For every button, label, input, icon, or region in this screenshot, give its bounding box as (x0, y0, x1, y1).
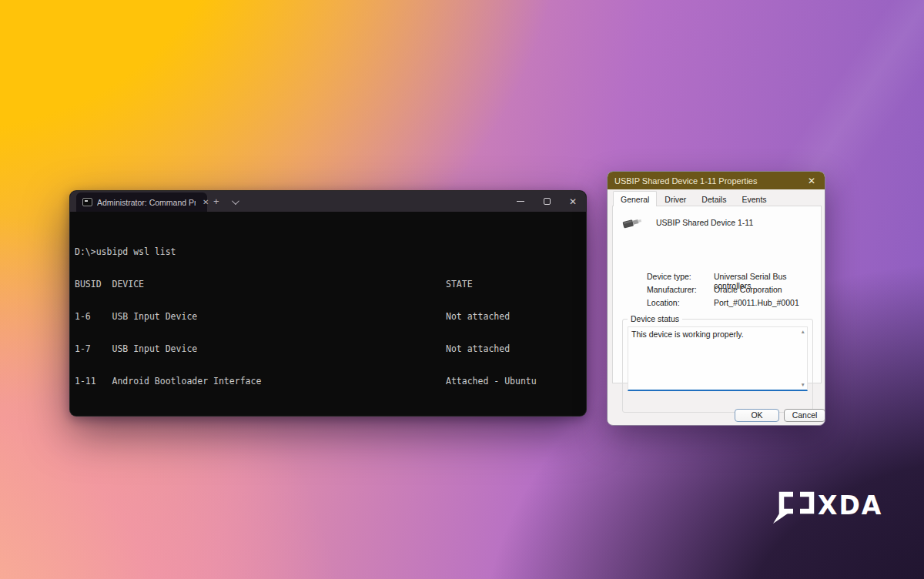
dialog-close-button[interactable]: ✕ (805, 176, 819, 186)
tab-details[interactable]: Details (694, 192, 734, 206)
dialog-titlebar[interactable]: USBIP Shared Device 1-11 Properties ✕ (608, 172, 825, 189)
device-status-label: Device status (628, 314, 682, 323)
xda-bracket-tail (773, 514, 788, 524)
minimize-button[interactable] (507, 191, 534, 212)
desktop-background: Administrator: Command Promp ✕ + ✕ D:\>u… (0, 0, 924, 579)
ok-button[interactable]: OK (735, 409, 779, 422)
terminal-line: D:\>usbipd wsl list (75, 246, 586, 257)
terminal-window-controls: ✕ (507, 191, 586, 212)
usbip-properties-dialog: USBIP Shared Device 1-11 Properties ✕ Ge… (607, 171, 825, 426)
close-icon: ✕ (569, 197, 577, 206)
terminal-line: 1-6 USB Input DeviceNot attached (75, 311, 586, 322)
xda-logo-text: XDA (818, 490, 882, 520)
terminal-line (75, 408, 586, 417)
field-value: Port_#0011.Hub_#0001 (714, 298, 816, 307)
xda-bracket-left (782, 494, 793, 511)
close-button[interactable]: ✕ (560, 191, 586, 212)
field-value: Oracle Corporation (714, 285, 816, 294)
maximize-button[interactable] (534, 191, 560, 212)
device-status-groupbox: Device status This device is working pro… (622, 319, 813, 413)
device-status-textbox[interactable]: This device is working properly. ▲ ▼ (628, 326, 808, 391)
dialog-title: USBIP Shared Device 1-11 Properties (614, 176, 805, 186)
cmd-prompt-icon (82, 198, 92, 206)
device-name: USBIP Shared Device 1-11 (656, 218, 753, 227)
terminal-tab-title: Administrator: Command Promp (97, 198, 196, 207)
new-tab-button[interactable]: + (207, 194, 226, 209)
field-label: Location: (647, 298, 714, 307)
terminal-tab-bar: Administrator: Command Promp ✕ + ✕ (70, 191, 586, 212)
tab-dropdown-button[interactable] (226, 194, 243, 209)
xda-bracket-right (800, 494, 812, 511)
tab-events[interactable]: Events (734, 192, 774, 206)
general-tab-page: USBIP Shared Device 1-11 Device type: Un… (612, 206, 822, 383)
dialog-tab-strip: General Driver Details Events (613, 192, 775, 206)
terminal-line: BUSID DEVICESTATE (75, 279, 586, 290)
terminal-line: 1-11 Android Bootloader InterfaceAttache… (75, 376, 586, 387)
scroll-up-icon[interactable]: ▲ (801, 329, 805, 334)
minimize-icon (517, 201, 524, 202)
field-location: Location: Port_#0011.Hub_#0001 (647, 298, 816, 307)
scroll-down-icon[interactable]: ▼ (801, 382, 805, 387)
tab-general[interactable]: General (613, 191, 657, 206)
terminal-tab-cmd[interactable]: Administrator: Command Promp ✕ (76, 192, 207, 212)
device-header: USBIP Shared Device 1-11 (622, 215, 753, 230)
device-status-text: This device is working properly. (628, 327, 807, 339)
maximize-icon (544, 198, 551, 205)
usb-plug-icon (622, 215, 644, 230)
terminal-line: 1-7 USB Input DeviceNot attached (75, 343, 586, 354)
field-label: Manufacturer: (647, 285, 714, 294)
cancel-button[interactable]: Cancel (784, 409, 825, 422)
terminal-output[interactable]: D:\>usbipd wsl list BUSID DEVICESTATE 1-… (70, 212, 586, 417)
terminal-window: Administrator: Command Promp ✕ + ✕ D:\>u… (69, 190, 587, 417)
xda-logo: XDA (770, 487, 890, 527)
tab-driver[interactable]: Driver (657, 192, 694, 206)
chevron-down-icon (232, 197, 239, 205)
field-manufacturer: Manufacturer: Oracle Corporation (647, 285, 816, 294)
